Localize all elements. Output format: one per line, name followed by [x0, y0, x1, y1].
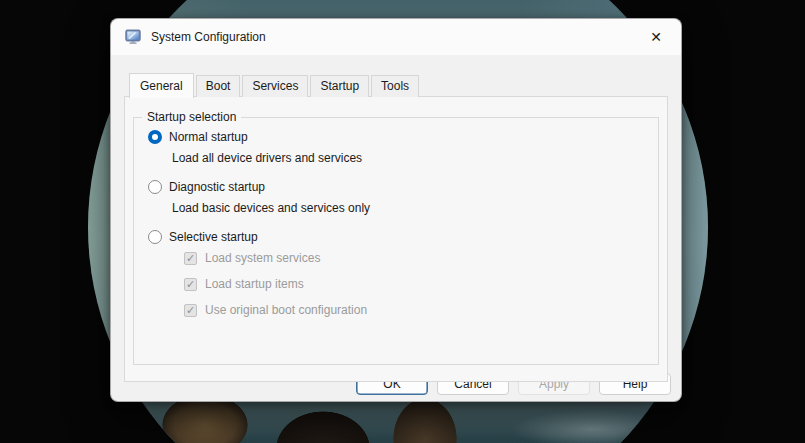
tab-tools[interactable]: Tools: [371, 75, 419, 97]
tab-services[interactable]: Services: [242, 75, 308, 97]
window-title: System Configuration: [151, 30, 266, 44]
checkbox-row-load-system-services: ✓ Load system services: [184, 251, 658, 265]
tab-strip: General Boot Services Startup Tools: [124, 74, 668, 97]
tab-general[interactable]: General: [129, 73, 194, 98]
checkbox-label: Load system services: [205, 251, 320, 265]
checkbox-row-use-original-boot-configuration: ✓ Use original boot configuration: [184, 303, 658, 317]
close-icon: ✕: [650, 29, 662, 45]
radio-row-diagnostic-startup[interactable]: Diagnostic startup: [148, 180, 658, 194]
general-tab-page: Startup selection Normal startup Load al…: [124, 96, 668, 382]
radio-diagnostic-startup[interactable]: [148, 180, 162, 194]
checkbox-label: Load startup items: [205, 277, 304, 291]
close-button[interactable]: ✕: [639, 23, 673, 51]
radio-label: Selective startup: [169, 230, 258, 244]
check-icon: ✓: [186, 252, 195, 264]
system-configuration-dialog: System Configuration ✕ General Boot Serv…: [110, 18, 682, 402]
checkbox-label: Use original boot configuration: [205, 303, 367, 317]
msconfig-app-icon: [125, 29, 141, 45]
tab-boot[interactable]: Boot: [196, 75, 241, 97]
startup-selection-groupbox: Startup selection Normal startup Load al…: [133, 117, 659, 365]
checkbox-load-system-services: ✓: [184, 252, 197, 265]
tab-startup[interactable]: Startup: [310, 75, 369, 97]
normal-startup-description: Load all device drivers and services: [172, 151, 658, 165]
title-bar: System Configuration ✕: [111, 19, 681, 55]
radio-normal-startup[interactable]: [148, 130, 162, 144]
checkbox-row-load-startup-items: ✓ Load startup items: [184, 277, 658, 291]
checkbox-load-startup-items: ✓: [184, 278, 197, 291]
radio-label: Normal startup: [169, 130, 248, 144]
check-icon: ✓: [186, 304, 195, 316]
groupbox-label: Startup selection: [142, 110, 241, 124]
radio-selective-startup[interactable]: [148, 230, 162, 244]
checkbox-use-original-boot-configuration: ✓: [184, 304, 197, 317]
diagnostic-startup-description: Load basic devices and services only: [172, 201, 658, 215]
radio-row-normal-startup[interactable]: Normal startup: [148, 130, 658, 144]
radio-label: Diagnostic startup: [169, 180, 265, 194]
radio-row-selective-startup[interactable]: Selective startup: [148, 230, 658, 244]
check-icon: ✓: [186, 278, 195, 290]
